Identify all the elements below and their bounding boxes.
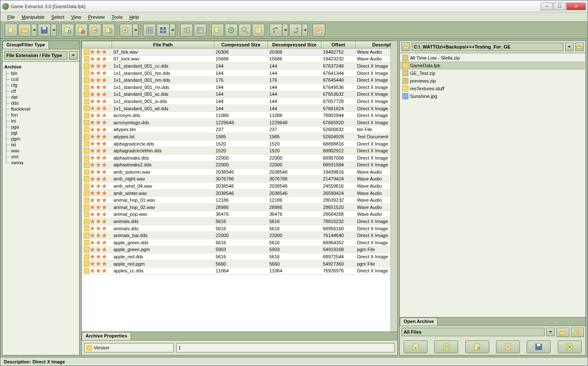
tree-item[interactable]: clf bbox=[4, 88, 77, 94]
action-2[interactable] bbox=[434, 340, 458, 353]
action-5[interactable] bbox=[527, 340, 551, 353]
table-view-button[interactable] bbox=[143, 24, 156, 37]
file-browser[interactable]: All Time Low - Stella.zipGameData.fpkGE_… bbox=[400, 53, 585, 317]
minimize-button[interactable]: ─ bbox=[541, 3, 553, 10]
tree-item[interactable]: xwma bbox=[4, 160, 77, 166]
col-offset[interactable]: Offset bbox=[321, 41, 356, 49]
open-selected-button[interactable] bbox=[556, 328, 569, 337]
table-row[interactable]: animals_bar.dds220002200076144640Direct … bbox=[82, 232, 391, 239]
maximize-button[interactable]: ☐ bbox=[554, 3, 565, 10]
filter-dropdown[interactable] bbox=[69, 51, 77, 60]
open-button[interactable] bbox=[18, 24, 31, 37]
browser-item[interactable]: Sunshine.jpg bbox=[401, 92, 585, 100]
remove-file-button[interactable] bbox=[75, 24, 88, 37]
settings-button[interactable] bbox=[225, 24, 238, 37]
col-description[interactable]: Description bbox=[356, 41, 391, 49]
table-row[interactable]: amb_winter.wav2038546203854626599424Wave… bbox=[82, 189, 391, 197]
table-row[interactable]: animal_hop_01.wav121861218628639232Wave … bbox=[82, 197, 391, 204]
table-row[interactable]: animal_hop_02.wav289862898628651520Wave … bbox=[82, 204, 391, 211]
tree-view-button[interactable] bbox=[194, 24, 207, 37]
table-row[interactable]: amb_wind_04.wav2038546203854624559616Wav… bbox=[82, 183, 391, 190]
table-row[interactable]: acronym.dds110881108878802944Direct X Im… bbox=[82, 112, 391, 119]
table-row[interactable]: 1x1_standard_001_hm.dds14414467641344Dir… bbox=[82, 69, 391, 77]
filter-tab[interactable]: Group/Filter Type bbox=[3, 41, 49, 49]
table-row[interactable]: apples_cc.dds110641106476926976Direct X … bbox=[82, 267, 391, 274]
tree-item[interactable]: dat bbox=[4, 94, 77, 100]
browser-item[interactable]: previews.zip bbox=[401, 77, 585, 85]
browser-item[interactable]: GameData.fpk bbox=[401, 62, 585, 69]
up-folder-button[interactable] bbox=[575, 43, 584, 51]
rename-file-button[interactable]: ABC bbox=[89, 24, 101, 37]
table-row[interactable]: 07_tick.wav203062030619402752Wave Audio bbox=[82, 49, 391, 56]
convert-in-dropdown[interactable] bbox=[283, 24, 288, 37]
table-row[interactable]: animals.dds5616561668956160Direct X Imag… bbox=[82, 225, 391, 232]
col-decompressed[interactable]: Decompressed Size bbox=[268, 41, 321, 49]
table-row[interactable]: acronymlogo.dds1229648122964867665920Dir… bbox=[82, 119, 391, 126]
menu-help[interactable]: Help bbox=[126, 14, 143, 20]
table-row[interactable]: 07_tock.wav156861568619423232Wave Audio bbox=[82, 55, 391, 63]
new-button[interactable] bbox=[5, 24, 17, 37]
table-row[interactable]: apple_green.pgm5903590354919168pgm File bbox=[82, 246, 391, 253]
file-table-scroll[interactable]: File Path Compressed Size Decompressed S… bbox=[82, 41, 390, 332]
save-dropdown[interactable] bbox=[52, 24, 57, 37]
prop-value[interactable]: 1 bbox=[176, 343, 395, 352]
tree-item[interactable]: pgl bbox=[4, 130, 77, 136]
file-filter-combo[interactable]: All Files bbox=[402, 328, 545, 336]
add-file-button[interactable] bbox=[61, 24, 74, 37]
col-icons[interactable] bbox=[82, 41, 112, 49]
table-row[interactable]: 1x1_standard_001_rm.dds14414467649536Dir… bbox=[82, 83, 391, 91]
file-filter-dropdown[interactable] bbox=[546, 328, 555, 336]
table-row[interactable]: 1x1_standard_001_cc.dds14414467637248Dir… bbox=[82, 63, 391, 70]
table-row[interactable]: alphagradcirclethin.dds1520152068902912D… bbox=[82, 147, 391, 154]
tree-root[interactable]: Archive bbox=[4, 63, 77, 70]
tree-item[interactable]: txt bbox=[4, 142, 77, 148]
search-button[interactable] bbox=[238, 24, 251, 37]
info-button[interactable]: i bbox=[252, 24, 265, 37]
browser-item[interactable]: resTextures.stuff bbox=[401, 85, 585, 92]
tree-item[interactable]: pga bbox=[4, 124, 77, 130]
tree-item[interactable]: cfg bbox=[4, 82, 77, 88]
path-dropdown[interactable] bbox=[565, 43, 574, 51]
table-row[interactable]: 1x1_standard_001_sc.dds14414467653632Dir… bbox=[82, 91, 391, 98]
tree-item[interactable]: fon bbox=[4, 112, 77, 118]
convert-in-button[interactable] bbox=[270, 24, 282, 37]
filter-tree[interactable]: Archive binccdcfgclfdatddsflocklevelfoni… bbox=[3, 62, 79, 355]
table-row[interactable]: apple_red.pgm5660566054927360pgm File bbox=[82, 260, 391, 267]
tree-item[interactable]: ini bbox=[4, 118, 77, 124]
action-3[interactable] bbox=[465, 340, 489, 353]
col-filepath[interactable]: File Path bbox=[112, 41, 214, 49]
table-row[interactable]: aitypes.txt1985198552604928Text Document bbox=[82, 133, 391, 140]
tree-item[interactable]: dds bbox=[4, 100, 77, 106]
col-compressed[interactable]: Compressed Size bbox=[214, 41, 268, 49]
tree-item[interactable]: bin bbox=[4, 70, 77, 76]
table-row[interactable]: animal_pop.wav364763647628684288Wave Aud… bbox=[82, 211, 391, 218]
extract-dropdown[interactable] bbox=[133, 24, 138, 37]
extract-button[interactable] bbox=[120, 24, 132, 37]
table-row[interactable]: aitypes.bin23723752600832bin File bbox=[82, 126, 391, 133]
table-row[interactable]: 1x1_standard_001_wt.dds14414467661824Dir… bbox=[82, 105, 391, 112]
convert-out-button[interactable] bbox=[289, 24, 302, 37]
convert-out-dropdown[interactable] bbox=[303, 24, 308, 37]
table-row[interactable]: amb_night.wav3076786307678621479424Wave … bbox=[82, 175, 391, 183]
browser-item[interactable]: All Time Low - Stella.zip bbox=[401, 54, 585, 62]
tree-item[interactable]: flocklevel bbox=[4, 106, 77, 112]
path-combo[interactable]: C:\_WATTOz\+Backups\+++Testing_For_GE bbox=[412, 43, 563, 51]
archive-props-tab[interactable]: Archive Properties bbox=[82, 332, 131, 340]
thumb-dropdown[interactable] bbox=[170, 24, 175, 37]
action-1[interactable] bbox=[404, 340, 427, 353]
open-archive-tab[interactable]: Open Archive bbox=[400, 317, 438, 326]
script-button[interactable] bbox=[313, 24, 325, 37]
menu-tools[interactable]: Tools bbox=[108, 14, 126, 20]
replace-file-button[interactable] bbox=[102, 24, 115, 37]
action-6[interactable] bbox=[558, 340, 582, 353]
refresh-button[interactable] bbox=[211, 24, 224, 37]
table-row[interactable]: alphastreaks.dds220002200068907008Direct… bbox=[82, 154, 391, 161]
action-4[interactable] bbox=[496, 340, 520, 353]
menu-preview[interactable]: Preview bbox=[85, 14, 108, 20]
table-row[interactable]: apple_red.dds5616561668972544Direct X Im… bbox=[82, 253, 391, 260]
browser-item[interactable]: GE_Test.zip bbox=[401, 69, 585, 77]
save-button[interactable] bbox=[38, 24, 51, 37]
menu-manipulate[interactable]: Manipulate bbox=[18, 14, 48, 20]
table-row[interactable]: alphagradcircle.dds1520152068898816Direc… bbox=[82, 140, 391, 147]
tree-item[interactable]: xml bbox=[4, 154, 77, 160]
